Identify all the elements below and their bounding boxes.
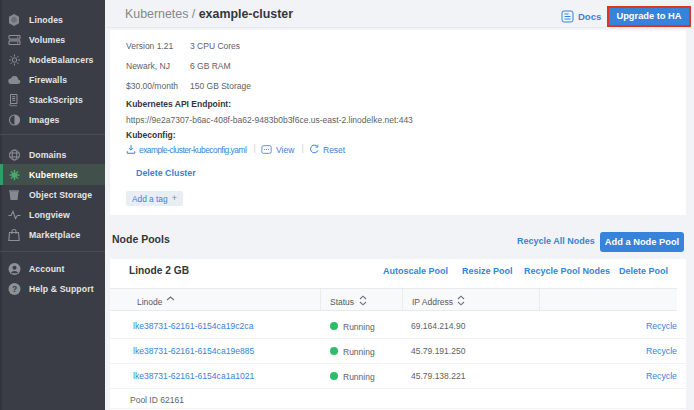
svg-text:?: ? bbox=[12, 284, 17, 294]
